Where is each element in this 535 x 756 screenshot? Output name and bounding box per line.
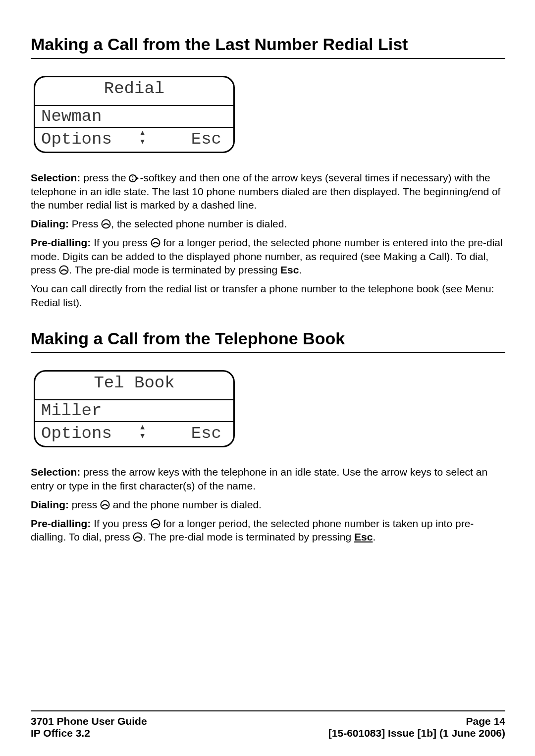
page-footer: 3701 Phone User Guide Page 14 IP Office … xyxy=(31,710,505,739)
text: . xyxy=(299,264,302,275)
label-selection: Selection: xyxy=(31,172,80,183)
footer-rule xyxy=(31,710,505,711)
section-heading: Making a Call from the Last Number Redia… xyxy=(31,35,505,54)
hook-icon xyxy=(133,532,143,542)
hook-icon xyxy=(151,519,160,529)
lcd-options: Options xyxy=(41,131,112,148)
footer-left-1: 3701 Phone User Guide xyxy=(31,715,147,727)
para-dialing-1: Dialing: Press , the selected phone numb… xyxy=(31,217,505,231)
text: . The pre-dial mode is terminated by pre… xyxy=(69,264,280,275)
lcd-esc: Esc xyxy=(191,425,221,442)
esc-key: Esc xyxy=(280,264,299,275)
up-down-icon xyxy=(139,422,146,442)
text: , the selected phone number is dialed. xyxy=(111,218,287,229)
text: press xyxy=(69,499,100,510)
text: If you press xyxy=(91,237,150,248)
hook-icon xyxy=(59,265,69,275)
hook-icon xyxy=(151,238,160,248)
softkey-icon xyxy=(129,174,140,183)
para-redial-ref: You can call directly from the redial li… xyxy=(31,282,505,309)
para-predial-1: Pre-dialling: If you press for a longer … xyxy=(31,236,505,277)
para-selection-2: Selection: press the arrow keys with the… xyxy=(31,465,505,492)
esc-key: Esc xyxy=(354,531,373,542)
up-down-icon xyxy=(139,128,146,148)
section-heading: Making a Call from the Telephone Book xyxy=(31,329,505,348)
label-dialing: Dialing: xyxy=(31,499,69,510)
lcd-options: Options xyxy=(41,425,112,442)
footer-right-1: Page 14 xyxy=(466,715,505,727)
lcd-title: Tel Book xyxy=(94,374,174,392)
hook-icon xyxy=(100,500,110,510)
text: . The pre-dial mode is terminated by pre… xyxy=(143,531,354,542)
label-predial: Pre-dialling: xyxy=(31,518,91,529)
section-rule xyxy=(31,352,505,353)
text: press the arrow keys with the telephone … xyxy=(31,466,487,491)
lcd-title: Redial xyxy=(104,79,164,98)
footer-left-2: IP Office 3.2 xyxy=(31,727,90,739)
para-predial-2: Pre-dialling: If you press for a longer … xyxy=(31,517,505,544)
lcd-name: Newman xyxy=(41,108,102,125)
text: Press xyxy=(69,218,101,229)
text: press the xyxy=(80,172,129,183)
lcd-esc: Esc xyxy=(191,131,221,148)
text: If you press xyxy=(91,518,150,529)
para-dialing-2: Dialing: press and the phone number is d… xyxy=(31,498,505,512)
lcd-name: Miller xyxy=(41,402,102,419)
label-dialing: Dialing: xyxy=(31,218,69,229)
hook-icon xyxy=(101,219,111,229)
label-selection: Selection: xyxy=(31,466,80,478)
label-predial: Pre-dialling: xyxy=(31,237,91,248)
phone-display-telbook: Tel Book Miller Options Esc xyxy=(34,370,235,447)
section-rule xyxy=(31,58,505,59)
para-selection-1: Selection: press the -softkey and then o… xyxy=(31,171,505,212)
phone-display-redial: Redial Newman Options Esc xyxy=(34,76,235,153)
text: and the phone number is dialed. xyxy=(110,499,262,510)
text: . xyxy=(373,531,375,542)
footer-right-2: [15-601083] Issue [1b] (1 June 2006) xyxy=(328,727,505,739)
